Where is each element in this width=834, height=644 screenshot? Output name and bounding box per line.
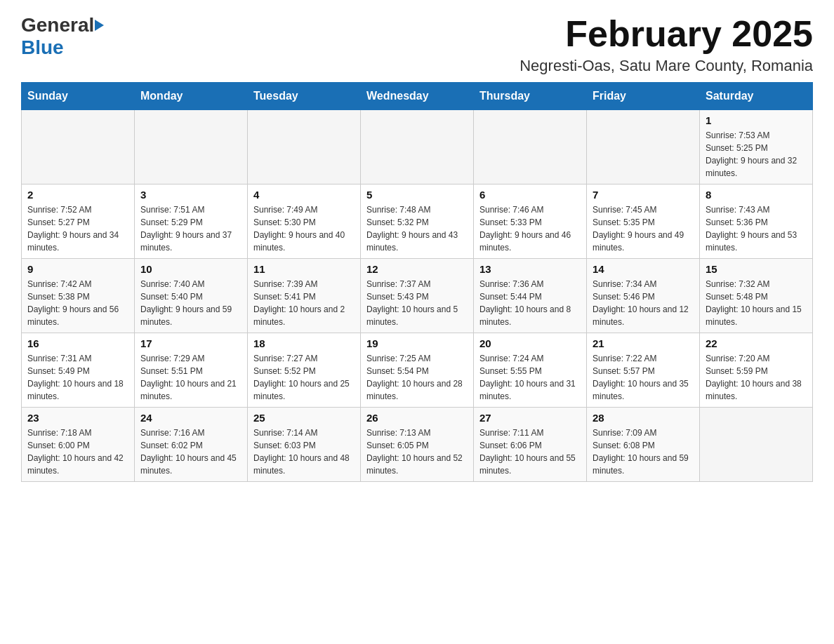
- calendar-cell: 20Sunrise: 7:24 AMSunset: 5:55 PMDayligh…: [474, 333, 587, 408]
- calendar-cell: 12Sunrise: 7:37 AMSunset: 5:43 PMDayligh…: [361, 259, 474, 333]
- col-wednesday: Wednesday: [361, 83, 474, 110]
- day-info: Sunrise: 7:34 AMSunset: 5:46 PMDaylight:…: [593, 278, 694, 328]
- day-number: 6: [479, 189, 581, 201]
- logo: General Blue: [21, 14, 104, 59]
- day-number: 10: [140, 263, 241, 275]
- calendar-cell: 5Sunrise: 7:48 AMSunset: 5:32 PMDaylight…: [361, 185, 474, 259]
- col-tuesday: Tuesday: [248, 83, 361, 110]
- logo-triangle-icon: [95, 20, 104, 31]
- day-number: 11: [253, 263, 355, 275]
- calendar-week-row: 9Sunrise: 7:42 AMSunset: 5:38 PMDaylight…: [22, 259, 813, 333]
- calendar-body: 1Sunrise: 7:53 AMSunset: 5:25 PMDaylight…: [22, 110, 813, 482]
- day-info: Sunrise: 7:39 AMSunset: 5:41 PMDaylight:…: [253, 278, 355, 328]
- day-info: Sunrise: 7:52 AMSunset: 5:27 PMDaylight:…: [27, 203, 128, 254]
- calendar-cell: 21Sunrise: 7:22 AMSunset: 5:57 PMDayligh…: [587, 333, 700, 408]
- calendar-table: Sunday Monday Tuesday Wednesday Thursday…: [21, 82, 813, 482]
- day-info: Sunrise: 7:36 AMSunset: 5:44 PMDaylight:…: [479, 278, 581, 328]
- day-number: 1: [706, 114, 807, 126]
- calendar-cell: 1Sunrise: 7:53 AMSunset: 5:25 PMDaylight…: [700, 110, 813, 185]
- calendar-cell: 10Sunrise: 7:40 AMSunset: 5:40 PMDayligh…: [135, 259, 248, 333]
- day-info: Sunrise: 7:46 AMSunset: 5:33 PMDaylight:…: [479, 203, 581, 254]
- calendar-week-row: 2Sunrise: 7:52 AMSunset: 5:27 PMDaylight…: [22, 185, 813, 259]
- calendar-cell: [248, 110, 361, 185]
- calendar-subtitle: Negresti-Oas, Satu Mare County, Romania: [519, 57, 813, 75]
- day-number: 3: [140, 189, 241, 201]
- calendar-cell: [361, 110, 474, 185]
- col-monday: Monday: [135, 83, 248, 110]
- calendar-week-row: 1Sunrise: 7:53 AMSunset: 5:25 PMDaylight…: [22, 110, 813, 185]
- calendar-cell: 24Sunrise: 7:16 AMSunset: 6:02 PMDayligh…: [135, 408, 248, 482]
- day-info: Sunrise: 7:09 AMSunset: 6:08 PMDaylight:…: [593, 427, 694, 477]
- day-number: 27: [479, 412, 581, 424]
- day-info: Sunrise: 7:24 AMSunset: 5:55 PMDaylight:…: [479, 352, 581, 403]
- day-number: 7: [593, 189, 694, 201]
- day-info: Sunrise: 7:13 AMSunset: 6:05 PMDaylight:…: [366, 427, 468, 477]
- day-info: Sunrise: 7:11 AMSunset: 6:06 PMDaylight:…: [479, 427, 581, 477]
- calendar-cell: [474, 110, 587, 185]
- day-info: Sunrise: 7:48 AMSunset: 5:32 PMDaylight:…: [366, 203, 468, 254]
- col-saturday: Saturday: [700, 83, 813, 110]
- calendar-cell: 3Sunrise: 7:51 AMSunset: 5:29 PMDaylight…: [135, 185, 248, 259]
- day-number: 2: [27, 189, 128, 201]
- calendar-cell: 4Sunrise: 7:49 AMSunset: 5:30 PMDaylight…: [248, 185, 361, 259]
- day-number: 4: [253, 189, 355, 201]
- weekday-row: Sunday Monday Tuesday Wednesday Thursday…: [22, 83, 813, 110]
- calendar-cell: 26Sunrise: 7:13 AMSunset: 6:05 PMDayligh…: [361, 408, 474, 482]
- calendar-cell: 9Sunrise: 7:42 AMSunset: 5:38 PMDaylight…: [22, 259, 135, 333]
- day-number: 12: [366, 263, 468, 275]
- calendar-cell: [587, 110, 700, 185]
- calendar-week-row: 16Sunrise: 7:31 AMSunset: 5:49 PMDayligh…: [22, 333, 813, 408]
- day-number: 16: [27, 337, 128, 349]
- calendar-cell: 14Sunrise: 7:34 AMSunset: 5:46 PMDayligh…: [587, 259, 700, 333]
- day-number: 28: [593, 412, 694, 424]
- day-info: Sunrise: 7:18 AMSunset: 6:00 PMDaylight:…: [27, 427, 128, 477]
- day-number: 13: [479, 263, 581, 275]
- calendar-cell: 22Sunrise: 7:20 AMSunset: 5:59 PMDayligh…: [700, 333, 813, 408]
- day-number: 18: [253, 337, 355, 349]
- calendar-cell: [135, 110, 248, 185]
- calendar-cell: 8Sunrise: 7:43 AMSunset: 5:36 PMDaylight…: [700, 185, 813, 259]
- calendar-cell: 6Sunrise: 7:46 AMSunset: 5:33 PMDaylight…: [474, 185, 587, 259]
- calendar-cell: 11Sunrise: 7:39 AMSunset: 5:41 PMDayligh…: [248, 259, 361, 333]
- calendar-cell: 28Sunrise: 7:09 AMSunset: 6:08 PMDayligh…: [587, 408, 700, 482]
- calendar-cell: 25Sunrise: 7:14 AMSunset: 6:03 PMDayligh…: [248, 408, 361, 482]
- day-number: 9: [27, 263, 128, 275]
- calendar-cell: 27Sunrise: 7:11 AMSunset: 6:06 PMDayligh…: [474, 408, 587, 482]
- day-info: Sunrise: 7:31 AMSunset: 5:49 PMDaylight:…: [27, 352, 128, 403]
- day-number: 14: [593, 263, 694, 275]
- day-number: 20: [479, 337, 581, 349]
- day-number: 21: [593, 337, 694, 349]
- title-block: February 2025 Negresti-Oas, Satu Mare Co…: [519, 14, 813, 75]
- calendar-week-row: 23Sunrise: 7:18 AMSunset: 6:00 PMDayligh…: [22, 408, 813, 482]
- calendar-cell: 16Sunrise: 7:31 AMSunset: 5:49 PMDayligh…: [22, 333, 135, 408]
- calendar-cell: 19Sunrise: 7:25 AMSunset: 5:54 PMDayligh…: [361, 333, 474, 408]
- day-info: Sunrise: 7:51 AMSunset: 5:29 PMDaylight:…: [140, 203, 241, 254]
- logo-general: General: [21, 14, 94, 36]
- day-number: 23: [27, 412, 128, 424]
- day-info: Sunrise: 7:27 AMSunset: 5:52 PMDaylight:…: [253, 352, 355, 403]
- calendar-header: Sunday Monday Tuesday Wednesday Thursday…: [22, 83, 813, 110]
- calendar-title: February 2025: [519, 14, 813, 54]
- day-info: Sunrise: 7:25 AMSunset: 5:54 PMDaylight:…: [366, 352, 468, 403]
- day-number: 8: [706, 189, 807, 201]
- day-info: Sunrise: 7:16 AMSunset: 6:02 PMDaylight:…: [140, 427, 241, 477]
- day-info: Sunrise: 7:32 AMSunset: 5:48 PMDaylight:…: [706, 278, 807, 328]
- day-number: 24: [140, 412, 241, 424]
- calendar-cell: 13Sunrise: 7:36 AMSunset: 5:44 PMDayligh…: [474, 259, 587, 333]
- day-info: Sunrise: 7:37 AMSunset: 5:43 PMDaylight:…: [366, 278, 468, 328]
- logo-blue: Blue: [21, 36, 64, 58]
- day-number: 26: [366, 412, 468, 424]
- calendar-cell: 23Sunrise: 7:18 AMSunset: 6:00 PMDayligh…: [22, 408, 135, 482]
- calendar-cell: 15Sunrise: 7:32 AMSunset: 5:48 PMDayligh…: [700, 259, 813, 333]
- day-number: 5: [366, 189, 468, 201]
- col-friday: Friday: [587, 83, 700, 110]
- calendar-cell: [700, 408, 813, 482]
- day-info: Sunrise: 7:14 AMSunset: 6:03 PMDaylight:…: [253, 427, 355, 477]
- day-info: Sunrise: 7:29 AMSunset: 5:51 PMDaylight:…: [140, 352, 241, 403]
- calendar-cell: 2Sunrise: 7:52 AMSunset: 5:27 PMDaylight…: [22, 185, 135, 259]
- page-header: General Blue February 2025 Negresti-Oas,…: [21, 14, 813, 75]
- day-info: Sunrise: 7:53 AMSunset: 5:25 PMDaylight:…: [706, 129, 807, 180]
- day-number: 15: [706, 263, 807, 275]
- day-info: Sunrise: 7:22 AMSunset: 5:57 PMDaylight:…: [593, 352, 694, 403]
- calendar-cell: 17Sunrise: 7:29 AMSunset: 5:51 PMDayligh…: [135, 333, 248, 408]
